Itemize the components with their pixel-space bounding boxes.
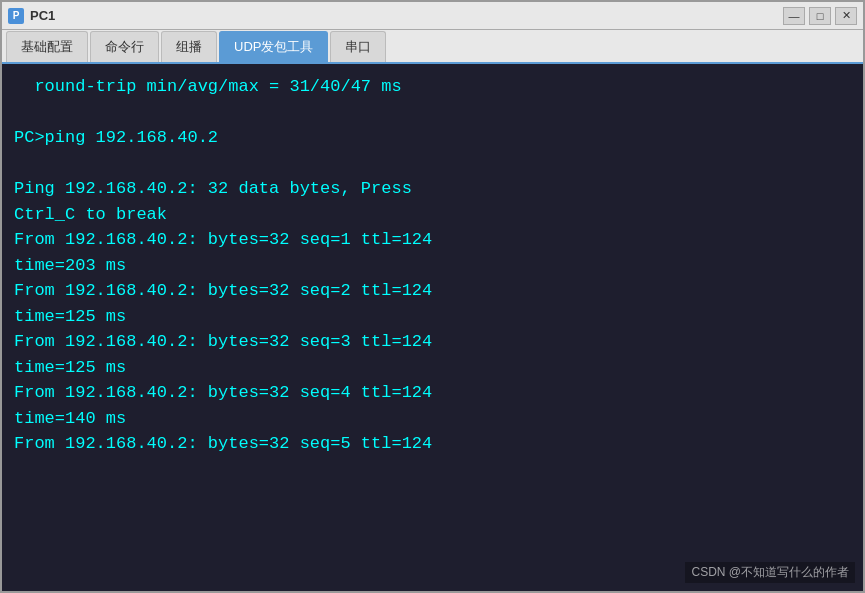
tab-jichu[interactable]: 基础配置 [6,31,88,62]
window-icon-text: P [13,10,20,21]
main-window: P PC1 — □ ✕ 基础配置 命令行 组播 UDP发包工具 串口 round… [0,0,865,593]
title-bar-buttons: — □ ✕ [783,7,857,25]
tab-chuankou[interactable]: 串口 [330,31,386,62]
terminal-area[interactable]: round-trip min/avg/max = 31/40/47 ms PC>… [2,64,863,591]
tab-mingling[interactable]: 命令行 [90,31,159,62]
tab-bar: 基础配置 命令行 组播 UDP发包工具 串口 [2,30,863,64]
terminal-output: round-trip min/avg/max = 31/40/47 ms PC>… [2,64,863,467]
maximize-button[interactable]: □ [809,7,831,25]
tab-udp[interactable]: UDP发包工具 [219,31,328,62]
minimize-button[interactable]: — [783,7,805,25]
tab-zubo[interactable]: 组播 [161,31,217,62]
window-icon: P [8,8,24,24]
title-bar-left: P PC1 [8,8,55,24]
title-bar: P PC1 — □ ✕ [2,2,863,30]
close-button[interactable]: ✕ [835,7,857,25]
watermark: CSDN @不知道写什么的作者 [685,562,855,583]
window-title: PC1 [30,8,55,23]
